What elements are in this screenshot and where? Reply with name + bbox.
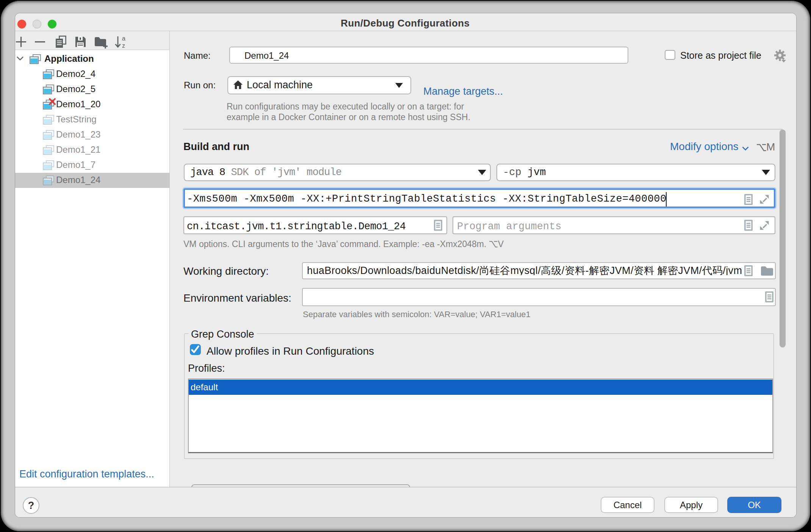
svg-text:a: a xyxy=(122,36,125,42)
svg-text:z: z xyxy=(122,42,125,49)
